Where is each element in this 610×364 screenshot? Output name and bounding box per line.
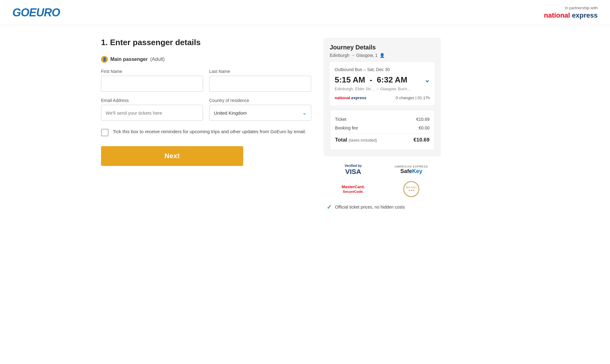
official-notice-text: Official ticket prices, no hidden costs: [335, 205, 405, 210]
bus-card: Outbound Bus – Sat, Dec 30 5:15 AM - 6:3…: [330, 62, 435, 105]
main-layout: 1. Enter passenger details Main passenge…: [89, 25, 521, 223]
person-icon: 👤: [379, 53, 385, 58]
country-select[interactable]: United Kingdom United States Germany Fra…: [209, 105, 311, 121]
official-notice: ✓ Official ticket prices, no hidden cost…: [324, 203, 441, 211]
journey-details-card: Journey Details Edinburgh → Glasgow, 1 👤…: [324, 38, 441, 156]
bus-operator-row: national express 0 changes | 01:17h: [335, 95, 430, 100]
first-name-input[interactable]: [101, 76, 203, 92]
time-separator: -: [370, 75, 372, 84]
bus-meta: 0 changes | 01:17h: [396, 95, 430, 100]
last-name-label: Last Name: [209, 69, 311, 74]
first-name-group: First Name: [101, 69, 203, 92]
booking-fee-label: Booking fee: [335, 125, 358, 130]
national-express-logo: national express: [544, 11, 598, 19]
ticket-label: Ticket: [335, 117, 346, 122]
pricing-card: Ticket €10.69 Booking fee €0.00 Total (t…: [330, 110, 435, 150]
mastercard-text: MasterCard.: [341, 184, 365, 189]
partner-label: In partnership with: [544, 6, 598, 10]
amex-label: AMERICAN EXPRESS: [395, 165, 428, 168]
email-label: Email Address: [101, 98, 203, 103]
passenger-icon: [101, 56, 108, 63]
total-price: €10.69: [413, 137, 430, 143]
country-select-wrapper: United Kingdom United States Germany Fra…: [209, 105, 311, 121]
booking-fee-row: Booking fee €0.00: [335, 124, 430, 132]
mastercard-badge: MasterCard. SecureCode.: [327, 184, 380, 194]
name-row: First Name Last Name: [101, 69, 311, 92]
bus-route-stops: Edinburgh, Elder Str... → Glasgow, Buch.…: [335, 87, 430, 91]
trust-badges: Verified by VISA AMERICAN EXPRESS SafeKe…: [324, 164, 441, 197]
bus-time-range: 5:15 AM - 6:32 AM: [335, 75, 407, 85]
left-panel: 1. Enter passenger details Main passenge…: [101, 38, 311, 211]
checkbox-label[interactable]: Tick this box to receive reminders for u…: [113, 128, 306, 135]
securecode-text: SecureCode.: [343, 190, 363, 193]
goeuro-logo: GOEURO: [12, 6, 60, 19]
arrive-time: 6:32 AM: [377, 75, 407, 84]
booking-fee-price: €0.00: [419, 125, 430, 130]
total-label: Total (taxes included): [335, 137, 377, 143]
visa-brand-text: VISA: [345, 168, 362, 176]
country-group: Country of residence United Kingdom Unit…: [209, 98, 311, 121]
seal-circle: SEP-2017 ★★★: [403, 181, 419, 197]
checkbox-section: Tick this box to receive reminders for u…: [101, 128, 311, 136]
email-updates-checkbox[interactable]: [101, 129, 108, 136]
expand-icon[interactable]: ⌄: [424, 76, 430, 84]
journey-route: Edinburgh → Glasgow, 1 👤: [330, 53, 435, 58]
safekey-badge: AMERICAN EXPRESS SafeKey: [385, 165, 438, 175]
email-input[interactable]: [101, 105, 203, 121]
right-panel: Journey Details Edinburgh → Glasgow, 1 👤…: [324, 38, 441, 211]
safekey-key: Key: [412, 168, 422, 174]
partner-section: In partnership with national express: [544, 6, 598, 19]
passenger-type-label: Main passenger: [110, 57, 148, 62]
page-header: GOEURO In partnership with national expr…: [0, 0, 610, 25]
seal-badge: SEP-2017 ★★★: [385, 181, 438, 197]
bus-time-row: 5:15 AM - 6:32 AM ⌄: [335, 75, 430, 85]
express-text: express: [570, 11, 598, 19]
first-name-label: First Name: [101, 69, 203, 74]
ticket-price: €10.69: [416, 117, 430, 122]
visa-badge: Verified by VISA: [327, 164, 380, 176]
checkmark-icon: ✓: [327, 203, 332, 211]
country-label: Country of residence: [209, 98, 311, 103]
bus-date: Outbound Bus – Sat, Dec 30: [335, 67, 430, 72]
passenger-adult-label: (Adult): [150, 57, 165, 62]
last-name-group: Last Name: [209, 69, 311, 92]
ticket-row: Ticket €10.69: [335, 115, 430, 124]
national-text: national: [544, 11, 570, 19]
email-group: Email Address: [101, 98, 203, 121]
page-title: 1. Enter passenger details: [101, 38, 311, 47]
last-name-input[interactable]: [209, 76, 311, 92]
journey-title: Journey Details: [330, 44, 435, 51]
depart-time: 5:15 AM: [335, 75, 365, 84]
operator-logo: national express: [335, 95, 366, 100]
visa-verified-text: Verified by: [345, 164, 362, 168]
total-row: Total (taxes included) €10.69: [335, 133, 430, 145]
passenger-label: Main passenger (Adult): [101, 56, 311, 63]
email-country-row: Email Address Country of residence Unite…: [101, 98, 311, 121]
next-button[interactable]: Next: [101, 146, 243, 166]
safekey-safe: Safe: [400, 168, 412, 174]
